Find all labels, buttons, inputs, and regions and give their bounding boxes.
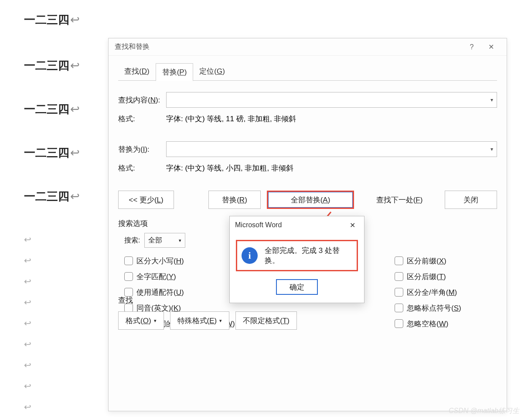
format-label: 格式:: [118, 163, 149, 173]
doc-line: 一二三四↩: [24, 55, 80, 76]
document-background: 一二三四↩ 一二三四↩ 一二三四↩ 一二三四↩ 一二三四↩ ↩ ↩ ↩ ↩ ↩ …: [24, 9, 80, 420]
message-titlebar[interactable]: Microsoft Word ✕: [230, 216, 364, 234]
paragraph-mark-icon: ↩: [70, 14, 80, 25]
chevron-down-icon[interactable]: ▾: [491, 146, 493, 152]
paragraph-mark-icon: ↩: [70, 103, 80, 115]
tab-find[interactable]: 查找(D): [118, 63, 156, 81]
replace-all-button[interactable]: 全部替换(A): [267, 191, 354, 209]
replace-with-label: 替换为(I):: [118, 144, 166, 154]
tab-goto[interactable]: 定位(G): [193, 63, 231, 81]
paragraph-mark-icon: ↩: [24, 250, 80, 271]
doc-line: 一二三四↩: [24, 98, 80, 120]
paragraph-mark-icon: ↩: [24, 396, 80, 417]
dialog-title: 查找和替换: [115, 42, 150, 51]
info-icon: i: [242, 247, 258, 264]
chevron-down-icon: ▾: [154, 318, 157, 324]
help-button[interactable]: ?: [462, 38, 481, 56]
paragraph-mark-icon: ↩: [70, 60, 80, 71]
chevron-down-icon: ▾: [179, 238, 181, 243]
close-icon[interactable]: ✕: [481, 38, 501, 56]
replace-button[interactable]: 替换(R): [208, 191, 261, 209]
format-label: 格式:: [118, 114, 149, 124]
message-content: i 全部完成。完成 3 处替换。: [236, 240, 358, 271]
find-what-input[interactable]: ▾: [166, 92, 497, 108]
paragraph-mark-icon: ↩: [24, 334, 80, 355]
tab-replace[interactable]: 替换(P): [156, 63, 194, 81]
paragraph-mark-icon: ↩: [70, 147, 80, 158]
find-format-text: 字体: (中文) 等线, 11 磅, 非加粗, 非倾斜: [166, 114, 296, 124]
search-direction-label: 搜索:: [124, 236, 140, 245]
paragraph-mark-icon: ↩: [24, 271, 80, 292]
paragraph-mark-icon: ↩: [24, 355, 80, 376]
match-prefix-checkbox[interactable]: 区分前缀(X): [395, 253, 497, 269]
find-replace-dialog: 查找和替换 ? ✕ 查找(D) 替换(P) 定位(G) 查找内容(N): ▾ 格…: [108, 38, 507, 411]
dialog-titlebar[interactable]: 查找和替换 ? ✕: [109, 38, 507, 56]
find-what-label: 查找内容(N):: [118, 95, 166, 105]
message-title: Microsoft Word: [235, 221, 282, 229]
doc-line: 一二三四↩: [24, 9, 80, 31]
doc-line: 一二三四↩: [24, 185, 80, 207]
paragraph-mark-icon: ↩: [24, 313, 80, 334]
format-dropdown-button[interactable]: 格式(O)▾: [118, 311, 164, 330]
chevron-down-icon: ▾: [219, 318, 222, 324]
ok-button[interactable]: 确定: [276, 279, 318, 295]
close-icon[interactable]: ✕: [346, 219, 359, 232]
replace-with-input[interactable]: ▾: [166, 141, 497, 157]
paragraph-mark-icon: ↩: [24, 229, 80, 250]
message-dialog: Microsoft Word ✕ i 全部完成。完成 3 处替换。 确定: [229, 216, 364, 303]
watermark: CSDN @matlab练习生: [449, 406, 519, 416]
find-next-button[interactable]: 查找下一处(F): [360, 191, 439, 209]
paragraph-mark-icon: ↩: [24, 376, 80, 396]
chevron-down-icon[interactable]: ▾: [491, 97, 493, 103]
doc-line: 一二三四↩: [24, 142, 80, 164]
replace-format-text: 字体: (中文) 等线, 小四, 非加粗, 非倾斜: [166, 163, 293, 173]
paragraph-mark-icon: ↩: [24, 292, 80, 313]
close-button[interactable]: 关闭: [445, 191, 497, 209]
less-button[interactable]: << 更少(L): [118, 191, 174, 209]
paragraph-mark-icon: ↩: [24, 417, 80, 420]
paragraph-mark-icon: ↩: [70, 191, 80, 202]
match-suffix-checkbox[interactable]: 区分后缀(T): [395, 269, 497, 284]
tab-bar: 查找(D) 替换(P) 定位(G): [118, 63, 497, 81]
no-formatting-button[interactable]: 不限定格式(T): [235, 311, 297, 330]
message-text: 全部完成。完成 3 处替换。: [265, 246, 352, 266]
special-dropdown-button[interactable]: 特殊格式(E)▾: [170, 311, 230, 330]
search-direction-select[interactable]: 全部 ▾: [144, 233, 185, 248]
